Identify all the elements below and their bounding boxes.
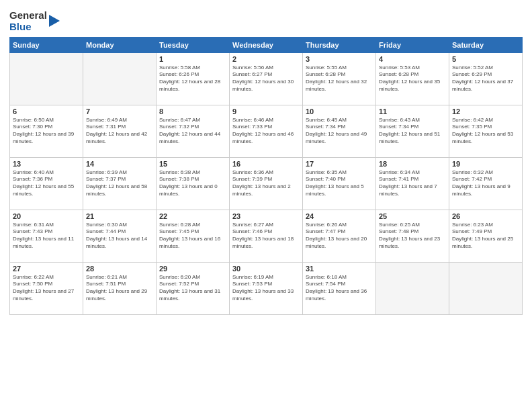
day-number: 31 xyxy=(306,265,373,273)
calendar-cell: 6Sunrise: 6:50 AM Sunset: 7:30 PM Daylig… xyxy=(10,105,83,157)
day-info: Sunrise: 6:27 AM Sunset: 7:46 PM Dayligh… xyxy=(232,222,300,250)
day-number: 30 xyxy=(232,265,300,273)
calendar-cell: 19Sunrise: 6:32 AM Sunset: 7:42 PM Dayli… xyxy=(449,157,523,210)
calendar-header-tuesday: Tuesday xyxy=(157,37,230,52)
day-info: Sunrise: 5:53 AM Sunset: 6:28 PM Dayligh… xyxy=(379,64,446,93)
day-info: Sunrise: 6:47 AM Sunset: 7:32 PM Dayligh… xyxy=(159,117,226,146)
day-number: 6 xyxy=(13,107,80,116)
day-number: 11 xyxy=(379,107,446,116)
calendar-cell: 15Sunrise: 6:38 AM Sunset: 7:38 PM Dayli… xyxy=(157,157,230,210)
calendar-week-row: 20Sunrise: 6:31 AM Sunset: 7:43 PM Dayli… xyxy=(10,210,523,262)
day-info: Sunrise: 6:43 AM Sunset: 7:34 PM Dayligh… xyxy=(379,117,446,146)
day-number: 24 xyxy=(306,212,373,220)
day-number: 21 xyxy=(86,212,153,220)
day-info: Sunrise: 6:32 AM Sunset: 7:42 PM Dayligh… xyxy=(452,169,519,198)
day-number: 26 xyxy=(452,212,519,220)
day-info: Sunrise: 6:26 AM Sunset: 7:47 PM Dayligh… xyxy=(306,222,373,250)
day-info: Sunrise: 6:20 AM Sunset: 7:52 PM Dayligh… xyxy=(159,274,226,303)
calendar-cell: 24Sunrise: 6:26 AM Sunset: 7:47 PM Dayli… xyxy=(303,210,376,262)
day-info: Sunrise: 6:31 AM Sunset: 7:43 PM Dayligh… xyxy=(13,222,80,250)
calendar-cell: 12Sunrise: 6:42 AM Sunset: 7:35 PM Dayli… xyxy=(449,105,523,157)
calendar-cell: 11Sunrise: 6:43 AM Sunset: 7:34 PM Dayli… xyxy=(376,105,449,157)
header-area: General Blue xyxy=(9,7,523,33)
logo-blue-text: Blue xyxy=(9,21,47,32)
day-number: 9 xyxy=(232,107,300,116)
day-number: 25 xyxy=(379,212,446,220)
day-info: Sunrise: 6:22 AM Sunset: 7:50 PM Dayligh… xyxy=(13,274,80,303)
calendar-cell: 2Sunrise: 5:56 AM Sunset: 6:27 PM Daylig… xyxy=(230,52,303,105)
day-info: Sunrise: 6:30 AM Sunset: 7:44 PM Dayligh… xyxy=(86,222,153,250)
day-info: Sunrise: 6:25 AM Sunset: 7:48 PM Dayligh… xyxy=(379,222,446,250)
calendar-cell: 22Sunrise: 6:28 AM Sunset: 7:45 PM Dayli… xyxy=(157,210,230,262)
calendar-cell: 13Sunrise: 6:40 AM Sunset: 7:36 PM Dayli… xyxy=(10,157,83,210)
calendar-cell xyxy=(10,52,83,105)
day-number: 5 xyxy=(452,55,519,63)
day-number: 7 xyxy=(86,107,153,116)
calendar-header-monday: Monday xyxy=(83,37,157,52)
day-info: Sunrise: 5:58 AM Sunset: 6:26 PM Dayligh… xyxy=(159,64,226,93)
day-number: 13 xyxy=(13,160,80,168)
day-info: Sunrise: 6:21 AM Sunset: 7:51 PM Dayligh… xyxy=(86,274,153,303)
day-number: 10 xyxy=(306,107,373,116)
calendar-cell: 31Sunrise: 6:18 AM Sunset: 7:54 PM Dayli… xyxy=(303,262,376,314)
calendar-cell xyxy=(449,262,523,314)
calendar-week-row: 6Sunrise: 6:50 AM Sunset: 7:30 PM Daylig… xyxy=(10,105,523,157)
calendar-cell: 21Sunrise: 6:30 AM Sunset: 7:44 PM Dayli… xyxy=(83,210,157,262)
day-info: Sunrise: 6:40 AM Sunset: 7:36 PM Dayligh… xyxy=(13,169,80,198)
day-number: 12 xyxy=(452,107,519,116)
day-info: Sunrise: 6:34 AM Sunset: 7:41 PM Dayligh… xyxy=(379,169,446,198)
calendar-cell: 29Sunrise: 6:20 AM Sunset: 7:52 PM Dayli… xyxy=(157,262,230,314)
day-info: Sunrise: 5:55 AM Sunset: 6:28 PM Dayligh… xyxy=(306,64,373,93)
day-number: 19 xyxy=(452,160,519,168)
calendar-cell xyxy=(83,52,157,105)
calendar-cell: 18Sunrise: 6:34 AM Sunset: 7:41 PM Dayli… xyxy=(376,157,449,210)
day-info: Sunrise: 6:18 AM Sunset: 7:54 PM Dayligh… xyxy=(306,274,373,303)
calendar-week-row: 13Sunrise: 6:40 AM Sunset: 7:36 PM Dayli… xyxy=(10,157,523,210)
calendar-week-row: 27Sunrise: 6:22 AM Sunset: 7:50 PM Dayli… xyxy=(10,262,523,314)
day-number: 1 xyxy=(159,55,226,63)
day-number: 3 xyxy=(306,55,373,63)
day-number: 22 xyxy=(159,212,226,220)
calendar-cell xyxy=(376,262,449,314)
calendar-cell: 1Sunrise: 5:58 AM Sunset: 6:26 PM Daylig… xyxy=(157,52,230,105)
calendar-cell: 3Sunrise: 5:55 AM Sunset: 6:28 PM Daylig… xyxy=(303,52,376,105)
calendar-cell: 20Sunrise: 6:31 AM Sunset: 7:43 PM Dayli… xyxy=(10,210,83,262)
day-info: Sunrise: 5:56 AM Sunset: 6:27 PM Dayligh… xyxy=(232,64,300,93)
day-info: Sunrise: 6:35 AM Sunset: 7:40 PM Dayligh… xyxy=(306,169,373,198)
calendar-week-row: 1Sunrise: 5:58 AM Sunset: 6:26 PM Daylig… xyxy=(10,52,523,105)
calendar-header-sunday: Sunday xyxy=(10,37,83,52)
day-number: 15 xyxy=(159,160,226,168)
calendar-cell: 16Sunrise: 6:36 AM Sunset: 7:39 PM Dayli… xyxy=(230,157,303,210)
day-info: Sunrise: 6:45 AM Sunset: 7:34 PM Dayligh… xyxy=(306,117,373,146)
day-info: Sunrise: 6:38 AM Sunset: 7:38 PM Dayligh… xyxy=(159,169,226,198)
calendar-header-saturday: Saturday xyxy=(449,37,523,52)
calendar-cell: 30Sunrise: 6:19 AM Sunset: 7:53 PM Dayli… xyxy=(230,262,303,314)
calendar-cell: 26Sunrise: 6:23 AM Sunset: 7:49 PM Dayli… xyxy=(449,210,523,262)
calendar-header-row: SundayMondayTuesdayWednesdayThursdayFrid… xyxy=(10,37,523,52)
day-number: 17 xyxy=(306,160,373,168)
calendar-header-thursday: Thursday xyxy=(303,37,376,52)
logo-general-text: General xyxy=(9,9,47,21)
day-info: Sunrise: 6:42 AM Sunset: 7:35 PM Dayligh… xyxy=(452,117,519,146)
calendar-cell: 14Sunrise: 6:39 AM Sunset: 7:37 PM Dayli… xyxy=(83,157,157,210)
day-info: Sunrise: 6:23 AM Sunset: 7:49 PM Dayligh… xyxy=(452,222,519,250)
logo-area: General Blue xyxy=(9,9,60,33)
day-number: 2 xyxy=(232,55,300,63)
calendar-cell: 9Sunrise: 6:46 AM Sunset: 7:33 PM Daylig… xyxy=(230,105,303,157)
calendar-cell: 25Sunrise: 6:25 AM Sunset: 7:48 PM Dayli… xyxy=(376,210,449,262)
logo: General Blue xyxy=(9,9,60,33)
calendar-table: SundayMondayTuesdayWednesdayThursdayFrid… xyxy=(9,37,523,315)
day-number: 14 xyxy=(86,160,153,168)
day-info: Sunrise: 5:52 AM Sunset: 6:29 PM Dayligh… xyxy=(452,64,519,93)
calendar-header-friday: Friday xyxy=(376,37,449,52)
day-info: Sunrise: 6:49 AM Sunset: 7:31 PM Dayligh… xyxy=(86,117,153,146)
day-number: 28 xyxy=(86,265,153,273)
day-number: 8 xyxy=(159,107,226,116)
main-container: General Blue SundayMondayTuesdayWednesda… xyxy=(0,0,532,320)
calendar-cell: 7Sunrise: 6:49 AM Sunset: 7:31 PM Daylig… xyxy=(83,105,157,157)
calendar-cell: 27Sunrise: 6:22 AM Sunset: 7:50 PM Dayli… xyxy=(10,262,83,314)
day-number: 18 xyxy=(379,160,446,168)
calendar-cell: 4Sunrise: 5:53 AM Sunset: 6:28 PM Daylig… xyxy=(376,52,449,105)
calendar-cell: 28Sunrise: 6:21 AM Sunset: 7:51 PM Dayli… xyxy=(83,262,157,314)
day-number: 29 xyxy=(159,265,226,273)
